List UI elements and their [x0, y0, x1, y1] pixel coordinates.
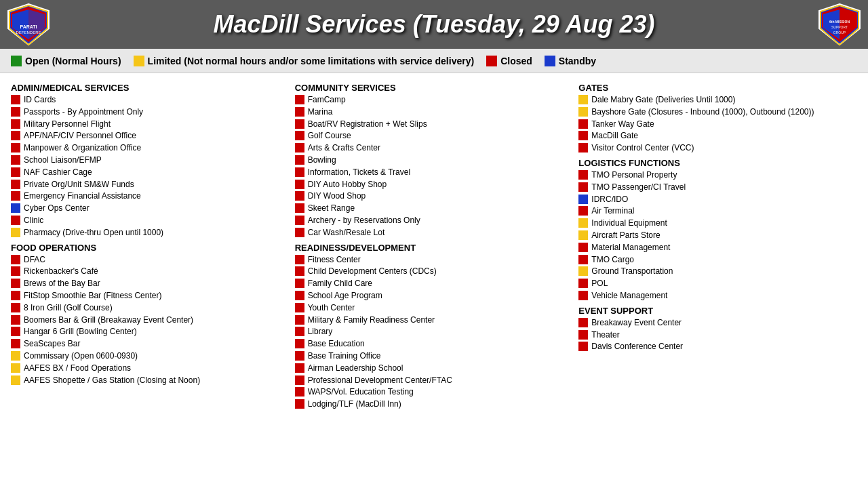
service-name: School Liaison/EFMP [24, 155, 102, 166]
service-name: Rickenbacker's Café [24, 266, 98, 277]
service-name: School Age Program [308, 290, 382, 302]
service-name: Library [308, 326, 333, 338]
service-name: Skeet Range [308, 203, 355, 214]
status-indicator-red [11, 279, 20, 288]
status-indicator-yellow [11, 228, 20, 237]
status-indicator-yellow [11, 375, 20, 385]
status-indicator-yellow [578, 95, 588, 104]
list-item: Information, Tickets & Travel [295, 167, 574, 178]
list-item: Golf Course [295, 130, 574, 142]
list-item: Bayshore Gate (Closures - Inbound (1000)… [578, 106, 857, 118]
status-indicator-red [295, 387, 304, 396]
status-indicator-red [11, 315, 20, 325]
list-item: Professional Development Center/FTAC [295, 375, 574, 386]
status-indicator-red [578, 318, 588, 327]
section-title-col1-0: ADMIN/MEDICAL SERVICES [11, 83, 290, 93]
status-indicator-red [11, 266, 20, 276]
service-name: Base Education [308, 338, 365, 350]
service-name: 8 Iron Grill (Golf Course) [24, 302, 113, 314]
legend-bar: Open (Normal Hours) Limited (Not normal … [0, 49, 868, 73]
service-name: Manpower & Organization Office [24, 142, 141, 154]
list-item: School Age Program [295, 290, 574, 302]
service-name: Vehicle Management [591, 290, 667, 302]
service-name: Youth Center [308, 302, 355, 314]
list-item: Material Management [578, 242, 857, 253]
list-item: Hangar 6 Grill (Bowling Center) [11, 326, 290, 338]
red-dot [486, 56, 497, 66]
list-item: Bowling [295, 155, 574, 166]
list-item: Boomers Bar & Grill (Breakaway Event Cen… [11, 314, 290, 326]
service-name: FamCamp [308, 94, 346, 106]
service-name: Archery - by Reservations Only [308, 215, 420, 226]
legend-standby: Standby [545, 56, 596, 66]
list-item: Emergency Financial Assistance [11, 190, 290, 202]
service-name: Golf Course [308, 130, 351, 142]
service-name: APF/NAF/CIV Personnel Office [24, 130, 136, 142]
header: PARATI DEFENDERE MacDill Services (Tuesd… [0, 0, 868, 49]
section-title-col2-0: COMMUNITY SERVICES [295, 83, 574, 93]
service-name: Hangar 6 Grill (Bowling Center) [24, 326, 137, 338]
service-name: Aircraft Parts Store [591, 230, 660, 241]
service-name: Dale Mabry Gate (Deliveries Until 1000) [591, 94, 735, 106]
service-name: Air Terminal [591, 205, 634, 217]
service-name: Bayshore Gate (Closures - Inbound (1000)… [591, 106, 814, 118]
list-item: DIY Auto Hobby Shop [295, 179, 574, 190]
status-indicator-red [295, 255, 304, 264]
legend-open-label: Open (Normal Hours) [25, 56, 121, 66]
service-name: Military Personnel Flight [24, 119, 111, 130]
list-item: DFAC [11, 254, 290, 266]
service-name: WAPS/Vol. Education Testing [308, 386, 414, 398]
service-name: Private Org/Unit SM&W Funds [24, 179, 134, 190]
status-indicator-red [578, 291, 588, 300]
service-name: DIY Wood Shop [308, 190, 366, 202]
status-indicator-red [11, 191, 20, 201]
list-item: Individual Equipment [578, 218, 857, 229]
status-indicator-yellow [578, 107, 588, 117]
list-item: Pharmacy (Drive-thru Open until 1000) [11, 227, 290, 239]
status-indicator-red [578, 255, 588, 264]
column-3: GATESDale Mabry Gate (Deliveries Until 1… [576, 79, 860, 483]
status-indicator-red [578, 206, 588, 216]
status-indicator-red [295, 216, 304, 225]
service-name: Boomers Bar & Grill (Breakaway Event Cen… [24, 314, 193, 326]
service-name: TMO Passenger/CI Travel [591, 182, 686, 193]
list-item: Passports - By Appointment Only [11, 106, 290, 118]
service-name: MacDill Gate [591, 130, 638, 142]
service-name: Child Development Centers (CDCs) [308, 266, 437, 277]
status-indicator-red [295, 266, 304, 276]
list-item: FamCamp [295, 94, 574, 106]
service-name: Car Wash/Resale Lot [308, 227, 385, 239]
green-dot [11, 56, 22, 66]
list-item: Manpower & Organization Office [11, 142, 290, 154]
legend-limited-label: Limited (Not normal hours and/or some li… [148, 56, 475, 66]
list-item: 8 Iron Grill (Golf Course) [11, 302, 290, 314]
status-indicator-red [295, 131, 304, 140]
list-item: Private Org/Unit SM&W Funds [11, 179, 290, 190]
list-item: Ground Transportation [578, 266, 857, 277]
service-name: Bowling [308, 155, 336, 166]
service-name: Lodging/TLF (MacDill Inn) [308, 399, 401, 410]
list-item: MacDill Gate [578, 130, 857, 142]
status-indicator-red [295, 399, 304, 409]
status-indicator-red [578, 342, 588, 351]
status-indicator-red [295, 191, 304, 201]
status-indicator-red [295, 327, 304, 336]
list-item: Dale Mabry Gate (Deliveries Until 1000) [578, 94, 857, 106]
service-name: DIY Auto Hobby Shop [308, 179, 387, 190]
service-name: Material Management [591, 242, 670, 253]
list-item: Commissary (Open 0600-0930) [11, 350, 290, 362]
list-item: Marina [295, 106, 574, 118]
service-name: Visitor Control Center (VCC) [591, 142, 694, 154]
list-item: FitStop Smoothie Bar (Fitness Center) [11, 290, 290, 302]
status-indicator-red [295, 203, 304, 213]
list-item: SeaScapes Bar [11, 338, 290, 350]
blue-dot [545, 56, 555, 66]
list-item: POL [578, 278, 857, 289]
list-item: TMO Cargo [578, 254, 857, 266]
list-item: ID Cards [11, 94, 290, 106]
list-item: TMO Passenger/CI Travel [578, 182, 857, 193]
service-name: SeaScapes Bar [24, 338, 80, 350]
list-item: Fitness Center [295, 254, 574, 266]
legend-open: Open (Normal Hours) [11, 56, 121, 66]
service-name: AAFES Shopette / Gas Station (Closing at… [24, 375, 200, 386]
